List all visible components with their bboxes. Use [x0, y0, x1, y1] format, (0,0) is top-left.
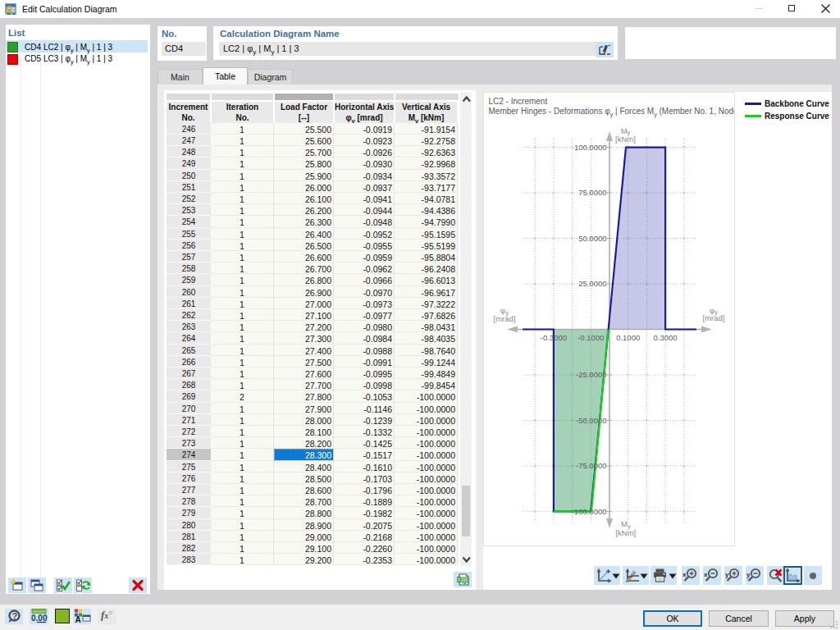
svg-text:-100.0000: -100.0000 — [572, 507, 607, 516]
svg-text:100.0000: 100.0000 — [574, 143, 607, 152]
svg-text:75.0000: 75.0000 — [578, 188, 606, 197]
svg-text:x: x — [704, 571, 708, 578]
svg-text:[mrad]: [mrad] — [703, 313, 725, 322]
svg-text:[kNm]: [kNm] — [615, 528, 636, 537]
svg-text:-75.0000: -75.0000 — [576, 461, 607, 470]
svg-text:-25.0000: -25.0000 — [576, 370, 607, 379]
svg-text:-0.1000: -0.1000 — [578, 333, 604, 342]
svg-text:A: A — [75, 615, 81, 624]
svg-text:0.00: 0.00 — [31, 614, 48, 623]
svg-text:x: x — [682, 571, 687, 578]
svg-text:0.3000: 0.3000 — [654, 333, 678, 342]
svg-text:-50.0000: -50.0000 — [576, 416, 607, 425]
svg-text:?: ? — [12, 611, 17, 621]
svg-text:0.1000: 0.1000 — [616, 333, 640, 342]
svg-text:[kNm]: [kNm] — [615, 135, 636, 144]
svg-text:y: y — [725, 571, 729, 578]
svg-text:50.0000: 50.0000 — [578, 234, 606, 243]
svg-text:9: 9 — [7, 4, 12, 16]
svg-text:25.0000: 25.0000 — [578, 279, 606, 288]
svg-text:y: y — [746, 571, 751, 578]
svg-text:-0.3000: -0.3000 — [541, 333, 567, 342]
svg-text:[mrad]: [mrad] — [494, 314, 516, 323]
